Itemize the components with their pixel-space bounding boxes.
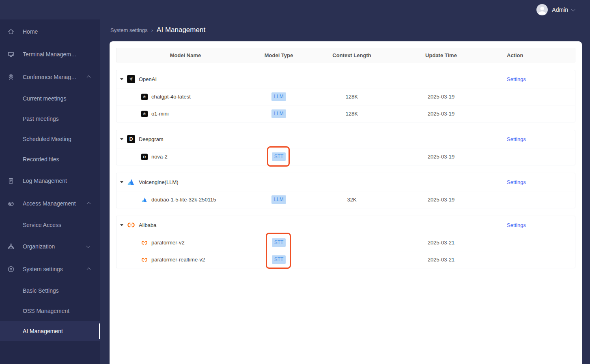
log-icon xyxy=(7,177,15,184)
collapse-caret-icon[interactable] xyxy=(120,138,123,140)
model-row: ✳ o1-mini LLM 128K 2025-03-19 xyxy=(116,105,575,122)
chevron-down-icon xyxy=(571,7,575,11)
model-row: ✳ chatgpt-4o-latest LLM 128K 2025-03-19 xyxy=(116,88,575,105)
provider-group-alibaba: Alibaba Settings paraformer-v2 STT 2025-… xyxy=(116,216,575,268)
openai-logo-icon: ✳ xyxy=(141,111,148,117)
provider-group-volcengine: Volcengine(LLM) Settings doubao-1-5-lite… xyxy=(116,173,575,208)
alibaba-logo-icon xyxy=(141,257,148,263)
sidebar-item-scheduled-meeting[interactable]: Scheduled Meeting xyxy=(0,129,100,149)
model-type-badge: LLM xyxy=(271,109,286,118)
model-row: paraformer-v2 STT 2025-03-21 xyxy=(116,234,575,251)
sidebar-item-basic-settings[interactable]: Basic Settings xyxy=(0,280,100,301)
alibaba-logo-icon xyxy=(141,240,148,246)
chevron-up-icon xyxy=(87,75,90,79)
sidebar-item-label: Home xyxy=(23,28,100,35)
openai-logo-icon: ✳ xyxy=(127,75,135,83)
conference-icon xyxy=(7,73,15,81)
context-length: 128K xyxy=(303,94,401,100)
ai-models-card: Model Name Model Type Context Length Upd… xyxy=(110,41,582,364)
sidebar-item-label: Organization xyxy=(23,243,87,250)
sidebar-item-label: Service Access xyxy=(23,222,100,228)
alibaba-logo-icon xyxy=(127,221,135,229)
sidebar-item-system-settings[interactable]: System settings xyxy=(0,258,100,280)
column-header-action: Action xyxy=(482,52,575,58)
settings-link[interactable]: Settings xyxy=(507,76,526,82)
collapse-caret-icon[interactable] xyxy=(120,224,123,226)
sidebar-item-service-access[interactable]: Service Access xyxy=(0,215,100,235)
sidebar-item-recorded-files[interactable]: Recorded files xyxy=(0,149,100,169)
group-header-row: Alibaba Settings xyxy=(116,216,575,234)
model-type-badge: STT xyxy=(272,152,286,161)
model-type-badge: LLM xyxy=(271,195,286,203)
provider-name: OpenAI xyxy=(139,76,157,82)
provider-name: Deepgram xyxy=(139,136,164,142)
sidebar-item-conference-management[interactable]: Conference Manag… xyxy=(0,66,100,88)
breadcrumb-parent[interactable]: System settings xyxy=(110,27,148,33)
update-time: 2025-03-19 xyxy=(401,111,482,117)
sidebar-item-label: AI Management xyxy=(23,328,100,334)
model-type-badge: STT xyxy=(272,255,286,263)
volcengine-logo-icon xyxy=(127,178,135,186)
group-header-row: ✳ OpenAI Settings xyxy=(116,70,575,88)
provider-name: Alibaba xyxy=(139,222,156,228)
column-header-context-length: Context Length xyxy=(303,52,401,58)
sidebar-item-label: OSS Management xyxy=(23,308,100,314)
settings-icon xyxy=(7,266,15,273)
table-header-row: Model Name Model Type Context Length Upd… xyxy=(116,48,575,62)
sidebar-item-label: Access Management xyxy=(23,200,87,207)
sidebar-item-label: Past meetings xyxy=(23,116,100,122)
model-row: paraformer-realtime-v2 STT 2025-03-21 xyxy=(116,251,575,268)
sidebar-item-label: Conference Manag… xyxy=(23,74,87,80)
update-time: 2025-03-19 xyxy=(401,94,482,100)
sidebar-item-ai-management[interactable]: AI Management xyxy=(0,321,100,341)
collapse-caret-icon[interactable] xyxy=(120,181,123,183)
sidebar-item-oss-management[interactable]: OSS Management xyxy=(0,301,100,321)
sidebar-item-label: Basic Settings xyxy=(23,287,100,294)
collapse-caret-icon[interactable] xyxy=(120,78,123,80)
model-name: nova-2 xyxy=(151,154,168,160)
provider-name: Volcengine(LLM) xyxy=(139,179,179,185)
sidebar-item-organization[interactable]: Organization xyxy=(0,235,100,258)
settings-link[interactable]: Settings xyxy=(507,136,526,142)
organization-icon xyxy=(7,243,15,250)
context-length: 128K xyxy=(303,111,401,117)
settings-link[interactable]: Settings xyxy=(507,179,526,185)
model-name: o1-mini xyxy=(151,111,169,117)
column-header-model-type: Model Type xyxy=(254,52,303,58)
access-icon xyxy=(7,200,15,207)
sidebar-item-home[interactable]: Home xyxy=(0,20,100,43)
openai-logo-icon: ✳ xyxy=(141,94,148,100)
breadcrumb: System settings › AI Management xyxy=(110,26,205,34)
model-name: doubao-1-5-lite-32k-250115 xyxy=(151,197,216,203)
column-header-model-name: Model Name xyxy=(116,52,254,58)
chevron-up-icon xyxy=(87,202,90,206)
sidebar-item-access-management[interactable]: Access Management xyxy=(0,192,100,215)
update-time: 2025-03-21 xyxy=(401,240,482,246)
sidebar-item-past-meetings[interactable]: Past meetings xyxy=(0,109,100,129)
update-time: 2025-03-19 xyxy=(401,197,482,203)
deepgram-logo-icon: D xyxy=(141,154,148,160)
model-row: D nova-2 STT 2025-03-19 xyxy=(116,148,575,165)
model-name: chatgpt-4o-latest xyxy=(151,94,191,100)
user-icon xyxy=(536,4,548,15)
settings-link[interactable]: Settings xyxy=(507,222,526,228)
sidebar-item-label: Log Management xyxy=(23,178,100,184)
column-header-update-time: Update Time xyxy=(401,52,482,58)
home-icon xyxy=(7,28,15,35)
sidebar-item-terminal-management[interactable]: Terminal Managem… xyxy=(0,43,100,66)
topbar: Admin xyxy=(0,0,590,19)
volcengine-logo-icon xyxy=(141,197,148,203)
group-header-row: Volcengine(LLM) Settings xyxy=(116,173,575,191)
model-name: paraformer-realtime-v2 xyxy=(151,257,205,263)
sidebar-item-current-meetings[interactable]: Current meetings xyxy=(0,88,100,109)
update-time: 2025-03-19 xyxy=(401,154,482,160)
update-time: 2025-03-21 xyxy=(401,257,482,263)
user-menu[interactable]: Admin xyxy=(536,4,575,15)
context-length: 32K xyxy=(303,197,401,203)
provider-group-openai: ✳ OpenAI Settings ✳ chatgpt-4o-latest LL… xyxy=(116,70,575,122)
model-type-badge: LLM xyxy=(271,92,286,101)
sidebar-item-log-management[interactable]: Log Management xyxy=(0,169,100,192)
model-name: paraformer-v2 xyxy=(151,240,185,246)
sidebar-item-label: Scheduled Meeting xyxy=(23,136,100,142)
terminal-icon xyxy=(7,51,15,58)
